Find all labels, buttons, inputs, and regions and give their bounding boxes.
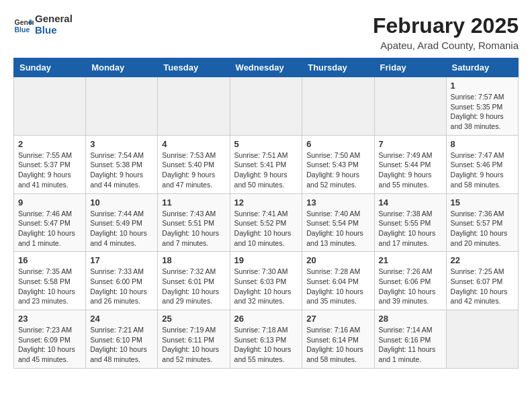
calendar-cell: 23Sunrise: 7:23 AM Sunset: 6:09 PM Dayli… — [14, 310, 86, 369]
day-number: 21 — [379, 255, 442, 265]
calendar-cell: 1Sunrise: 7:57 AM Sunset: 5:35 PM Daylig… — [446, 77, 518, 136]
day-info: Sunrise: 7:35 AM Sunset: 5:58 PM Dayligh… — [18, 267, 81, 306]
week-row-3: 16Sunrise: 7:35 AM Sunset: 5:58 PM Dayli… — [14, 252, 519, 310]
calendar-cell — [230, 77, 302, 136]
logo: General Blue General Blue — [13, 13, 73, 36]
calendar-cell: 21Sunrise: 7:26 AM Sunset: 6:06 PM Dayli… — [374, 252, 446, 310]
calendar-cell: 25Sunrise: 7:19 AM Sunset: 6:11 PM Dayli… — [158, 310, 230, 369]
calendar-cell: 19Sunrise: 7:30 AM Sunset: 6:03 PM Dayli… — [230, 252, 302, 310]
calendar-cell: 6Sunrise: 7:50 AM Sunset: 5:43 PM Daylig… — [302, 135, 374, 193]
week-row-4: 23Sunrise: 7:23 AM Sunset: 6:09 PM Dayli… — [14, 310, 519, 369]
subtitle: Apateu, Arad County, Romania — [373, 40, 519, 51]
day-number: 22 — [451, 255, 514, 265]
day-info: Sunrise: 7:53 AM Sunset: 5:40 PM Dayligh… — [162, 150, 225, 190]
svg-text:Blue: Blue — [15, 25, 30, 33]
day-number: 4 — [162, 139, 225, 149]
header-sunday: Sunday — [14, 58, 86, 77]
logo-general-text: General — [35, 13, 73, 25]
header-wednesday: Wednesday — [230, 58, 302, 77]
calendar-cell: 9Sunrise: 7:46 AM Sunset: 5:47 PM Daylig… — [14, 193, 86, 252]
day-info: Sunrise: 7:32 AM Sunset: 6:01 PM Dayligh… — [162, 267, 225, 306]
calendar-cell: 20Sunrise: 7:28 AM Sunset: 6:04 PM Dayli… — [302, 252, 374, 310]
day-info: Sunrise: 7:40 AM Sunset: 5:54 PM Dayligh… — [306, 209, 369, 248]
calendar-cell: 11Sunrise: 7:43 AM Sunset: 5:51 PM Dayli… — [158, 193, 230, 252]
day-number: 26 — [234, 314, 298, 324]
day-number: 5 — [234, 139, 298, 149]
day-number: 3 — [90, 139, 153, 149]
calendar-cell — [158, 77, 230, 136]
day-info: Sunrise: 7:44 AM Sunset: 5:49 PM Dayligh… — [90, 209, 153, 248]
day-info: Sunrise: 7:16 AM Sunset: 6:14 PM Dayligh… — [306, 325, 369, 365]
day-number: 9 — [18, 197, 81, 208]
day-number: 14 — [379, 197, 442, 208]
calendar-cell: 24Sunrise: 7:21 AM Sunset: 6:10 PM Dayli… — [86, 310, 158, 369]
header-tuesday: Tuesday — [158, 58, 230, 77]
day-number: 16 — [18, 255, 81, 265]
calendar-cell: 13Sunrise: 7:40 AM Sunset: 5:54 PM Dayli… — [302, 193, 374, 252]
day-info: Sunrise: 7:55 AM Sunset: 5:37 PM Dayligh… — [18, 150, 81, 190]
calendar-cell — [14, 77, 86, 136]
day-info: Sunrise: 7:25 AM Sunset: 6:07 PM Dayligh… — [451, 267, 514, 306]
calendar-cell: 2Sunrise: 7:55 AM Sunset: 5:37 PM Daylig… — [14, 135, 86, 193]
calendar-header-row: SundayMondayTuesdayWednesdayThursdayFrid… — [14, 58, 519, 77]
calendar-cell: 15Sunrise: 7:36 AM Sunset: 5:57 PM Dayli… — [446, 193, 518, 252]
day-number: 8 — [451, 139, 514, 149]
title-block: February 2025 Apateu, Arad County, Roman… — [373, 13, 519, 51]
day-number: 20 — [306, 255, 369, 265]
calendar-cell — [446, 310, 518, 369]
day-number: 28 — [379, 314, 442, 324]
day-info: Sunrise: 7:18 AM Sunset: 6:13 PM Dayligh… — [234, 325, 298, 365]
day-number: 6 — [306, 139, 369, 149]
header-saturday: Saturday — [446, 58, 518, 77]
logo-icon: General Blue — [13, 15, 34, 35]
day-info: Sunrise: 7:21 AM Sunset: 6:10 PM Dayligh… — [90, 325, 153, 365]
day-info: Sunrise: 7:49 AM Sunset: 5:44 PM Dayligh… — [379, 150, 442, 190]
day-number: 18 — [162, 255, 225, 265]
logo-blue-text: Blue — [35, 25, 73, 36]
calendar-cell: 22Sunrise: 7:25 AM Sunset: 6:07 PM Dayli… — [446, 252, 518, 310]
day-number: 27 — [306, 314, 369, 324]
calendar-cell: 8Sunrise: 7:47 AM Sunset: 5:46 PM Daylig… — [446, 135, 518, 193]
calendar-cell: 10Sunrise: 7:44 AM Sunset: 5:49 PM Dayli… — [86, 193, 158, 252]
day-info: Sunrise: 7:28 AM Sunset: 6:04 PM Dayligh… — [306, 267, 369, 306]
day-info: Sunrise: 7:30 AM Sunset: 6:03 PM Dayligh… — [234, 267, 298, 306]
day-info: Sunrise: 7:47 AM Sunset: 5:46 PM Dayligh… — [451, 150, 514, 190]
day-number: 13 — [306, 197, 369, 208]
calendar-cell: 4Sunrise: 7:53 AM Sunset: 5:40 PM Daylig… — [158, 135, 230, 193]
day-number: 23 — [18, 314, 81, 324]
day-info: Sunrise: 7:14 AM Sunset: 6:16 PM Dayligh… — [379, 325, 442, 365]
header-monday: Monday — [86, 58, 158, 77]
day-number: 25 — [162, 314, 225, 324]
calendar-table: SundayMondayTuesdayWednesdayThursdayFrid… — [13, 58, 519, 369]
day-number: 1 — [451, 81, 514, 91]
week-row-2: 9Sunrise: 7:46 AM Sunset: 5:47 PM Daylig… — [14, 193, 519, 252]
calendar-cell: 7Sunrise: 7:49 AM Sunset: 5:44 PM Daylig… — [374, 135, 446, 193]
calendar-cell: 16Sunrise: 7:35 AM Sunset: 5:58 PM Dayli… — [14, 252, 86, 310]
day-info: Sunrise: 7:33 AM Sunset: 6:00 PM Dayligh… — [90, 267, 153, 306]
calendar-cell: 5Sunrise: 7:51 AM Sunset: 5:41 PM Daylig… — [230, 135, 302, 193]
page-header: General Blue General Blue February 2025 … — [13, 13, 519, 51]
calendar-cell: 14Sunrise: 7:38 AM Sunset: 5:55 PM Dayli… — [374, 193, 446, 252]
day-info: Sunrise: 7:43 AM Sunset: 5:51 PM Dayligh… — [162, 209, 225, 248]
day-info: Sunrise: 7:26 AM Sunset: 6:06 PM Dayligh… — [379, 267, 442, 306]
calendar-cell — [86, 77, 158, 136]
day-number: 17 — [90, 255, 153, 265]
main-title: February 2025 — [373, 13, 519, 38]
day-info: Sunrise: 7:41 AM Sunset: 5:52 PM Dayligh… — [234, 209, 298, 248]
day-info: Sunrise: 7:36 AM Sunset: 5:57 PM Dayligh… — [451, 209, 514, 248]
day-info: Sunrise: 7:51 AM Sunset: 5:41 PM Dayligh… — [234, 150, 298, 190]
calendar-cell: 18Sunrise: 7:32 AM Sunset: 6:01 PM Dayli… — [158, 252, 230, 310]
calendar-cell — [374, 77, 446, 136]
day-number: 10 — [90, 197, 153, 208]
day-info: Sunrise: 7:38 AM Sunset: 5:55 PM Dayligh… — [379, 209, 442, 248]
day-number: 2 — [18, 139, 81, 149]
day-info: Sunrise: 7:23 AM Sunset: 6:09 PM Dayligh… — [18, 325, 81, 365]
day-number: 15 — [451, 197, 514, 208]
day-number: 11 — [162, 197, 225, 208]
calendar-cell — [302, 77, 374, 136]
week-row-0: 1Sunrise: 7:57 AM Sunset: 5:35 PM Daylig… — [14, 77, 519, 136]
week-row-1: 2Sunrise: 7:55 AM Sunset: 5:37 PM Daylig… — [14, 135, 519, 193]
day-info: Sunrise: 7:50 AM Sunset: 5:43 PM Dayligh… — [306, 150, 369, 190]
day-number: 24 — [90, 314, 153, 324]
day-info: Sunrise: 7:19 AM Sunset: 6:11 PM Dayligh… — [162, 325, 225, 365]
